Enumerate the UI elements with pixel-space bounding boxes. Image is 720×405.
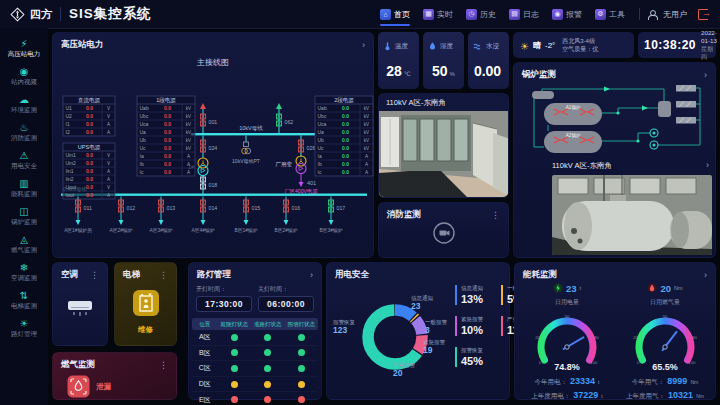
more-menu-icon[interactable] xyxy=(90,271,99,279)
lights-off-time-input[interactable]: 06:00:00 xyxy=(258,296,314,312)
sidebar-item-0[interactable]: ⚡高压站电力 xyxy=(0,35,48,63)
weather-row: 晴 -2° 西北风3-4级 空气质量：优 10:38:20 2022-01-13… xyxy=(513,32,716,58)
svg-text:Ic: Ic xyxy=(140,169,144,175)
streetlight-row: A区 xyxy=(192,330,318,346)
sidebar-item-8[interactable]: ❄空调监测 xyxy=(0,259,48,287)
chevron-right-icon[interactable] xyxy=(362,41,365,49)
svg-text:0.0: 0.0 xyxy=(164,169,171,175)
svg-text:0.0: 0.0 xyxy=(342,113,349,119)
svg-text:0.0: 0.0 xyxy=(164,113,171,119)
chevron-right-icon[interactable] xyxy=(704,71,707,79)
electric-safety-panel: 用电安全 信息通知23一般报警3紧急报警19严重报警20报警恢复123 信息通知… xyxy=(326,262,510,400)
outgoing-label: 401 xyxy=(307,180,316,186)
status-dot-yellow xyxy=(298,381,305,388)
sidebar-item-3[interactable]: ♨消防监测 xyxy=(0,119,48,147)
boiler-camera-feed xyxy=(552,175,712,255)
feeder-012: 012A区2#锅炉 xyxy=(110,197,136,234)
svg-text:B区3#锅炉: B区3#锅炉 xyxy=(320,227,343,233)
svg-text:kV: kV xyxy=(364,138,370,143)
more-menu-icon[interactable] xyxy=(491,211,500,219)
streetlight-dot-cell xyxy=(285,349,318,356)
sidebar-item-9[interactable]: ⇅电梯监测 xyxy=(0,287,48,315)
nav-item-realtime[interactable]: ▦实时 xyxy=(423,0,453,28)
env-card-unit: % xyxy=(450,71,455,77)
svg-text:Ic: Ic xyxy=(318,169,322,175)
boiler-panel: 锅炉监测 xyxy=(513,62,716,258)
sidebar-item-10[interactable]: ☀路灯管理 xyxy=(0,315,48,343)
gauge-daily-unit: Nm xyxy=(674,285,683,291)
chevron-right-icon[interactable] xyxy=(704,271,707,279)
nav-item-history[interactable]: ◷历史 xyxy=(466,0,496,28)
alarm-stat-label: 报警恢复 xyxy=(461,347,485,354)
status-dot-green xyxy=(264,365,271,372)
status-dot-red xyxy=(298,396,305,403)
boiler-tank-2: A2锅炉 xyxy=(544,131,602,153)
svg-text:kV: kV xyxy=(364,146,370,151)
measurement-table-0: 直流电源U10.0VU20.0VI10.0AI20.0A xyxy=(63,96,115,136)
gas-panel: 燃气监测 泄漏 xyxy=(52,352,177,400)
boiler-camera-row[interactable]: 110kV A区-东南角 xyxy=(552,161,709,171)
gauge-stat-label: 上年度用电： xyxy=(531,392,570,401)
svg-text:Uca: Uca xyxy=(318,121,327,127)
gauge-daily-label: 日用燃气量 xyxy=(650,298,680,307)
sis-dashboard: 四方 SIS集控系统 ⌂首页▦实时◷历史▤日志◉报警⚙工具 无用户 ⚡高压站电力… xyxy=(0,0,720,405)
camera-panel[interactable]: 110kV A区-东南角 xyxy=(378,93,509,198)
donut-segment-value: 123 xyxy=(333,327,355,334)
svg-text:kV: kV xyxy=(186,146,192,151)
lights-on-time-input[interactable]: 17:30:00 xyxy=(196,296,252,312)
svg-text:20: 20 xyxy=(535,335,540,340)
weather-wind: 西北风3-4级 xyxy=(562,37,598,46)
nav-item-tools[interactable]: ⚙工具 xyxy=(595,0,625,28)
svg-text:0.0: 0.0 xyxy=(86,105,93,111)
environment-cards: 温度28℃湿度50%水浸0.00 xyxy=(378,32,509,89)
sidebar-icon-1: ◉ xyxy=(0,66,48,77)
feeder-015: 015B区1#锅炉 xyxy=(235,197,261,234)
sidebar-item-2[interactable]: ☁环境监测 xyxy=(0,91,48,119)
sidebar-item-1[interactable]: ◉站内视频 xyxy=(0,63,48,91)
status-dot-red xyxy=(231,396,238,403)
gauge-head: 20Nm xyxy=(647,279,682,297)
sidebar-item-6[interactable]: ◫锅炉监测 xyxy=(0,203,48,231)
gauge-daily-value: 20 xyxy=(660,283,671,294)
boiler-panel-title: 锅炉监测 xyxy=(522,69,556,81)
sidebar-item-label: 站内视频 xyxy=(0,78,48,87)
logout-icon[interactable] xyxy=(698,9,708,20)
svg-text:Uab: Uab xyxy=(140,105,149,111)
svg-text:2段电源: 2段电源 xyxy=(334,97,354,103)
svg-text:80: 80 xyxy=(594,335,599,340)
boiler-diagram: A1锅炉 A2锅炉 xyxy=(518,81,713,157)
flame-icon xyxy=(647,279,657,297)
chevron-right-icon[interactable] xyxy=(310,271,313,279)
svg-text:Iin2: Iin2 xyxy=(66,176,74,182)
svg-text:1段电源: 1段电源 xyxy=(156,97,176,103)
streetlight-col-header: 围墙灯状态 xyxy=(285,321,318,328)
wave-icon xyxy=(473,37,483,55)
gauge-daily-unit: t xyxy=(580,285,582,291)
sidebar-item-label: 电梯监测 xyxy=(0,302,48,311)
feeder-014: 014A区4#锅炉 xyxy=(192,197,218,234)
env-card-head: 湿度 xyxy=(428,37,459,55)
streetlight-times: 开灯时间： 17:30:00 关灯时间： 06:00:00 xyxy=(189,281,321,312)
env-card-label: 水浸 xyxy=(486,42,499,51)
status-dot-green xyxy=(231,334,238,341)
streetlight-row: B区 xyxy=(192,346,318,362)
nav-item-alarms[interactable]: ◉报警 xyxy=(552,0,582,28)
nav-item-logs[interactable]: ▤日志 xyxy=(509,0,539,28)
chevron-right-icon[interactable] xyxy=(706,161,709,171)
sidebar-item-4[interactable]: ⚠用电安全 xyxy=(0,147,48,175)
alarm-stat-label: 信息通知 xyxy=(461,285,485,292)
svg-text:Uca: Uca xyxy=(140,121,149,127)
status-dot-red xyxy=(264,396,271,403)
sidebar-item-7[interactable]: ◬燃气监测 xyxy=(0,231,48,259)
more-menu-icon[interactable] xyxy=(159,361,168,369)
streetlight-location: A区 xyxy=(192,332,218,342)
nav-item-home[interactable]: ⌂首页 xyxy=(380,0,410,28)
lights-on-label: 开灯时间： xyxy=(196,285,252,294)
more-menu-icon[interactable] xyxy=(159,271,168,279)
sidebar-icon-4: ⚠ xyxy=(0,150,48,161)
camera-placeholder-icon xyxy=(431,220,457,246)
sidebar-item-5[interactable]: ▥能耗监测 xyxy=(0,175,48,203)
feeder-013: 013A区3#锅炉 xyxy=(150,197,176,234)
streetlight-location: D区 xyxy=(192,379,218,389)
env-card-value: 0.00 xyxy=(474,63,501,79)
